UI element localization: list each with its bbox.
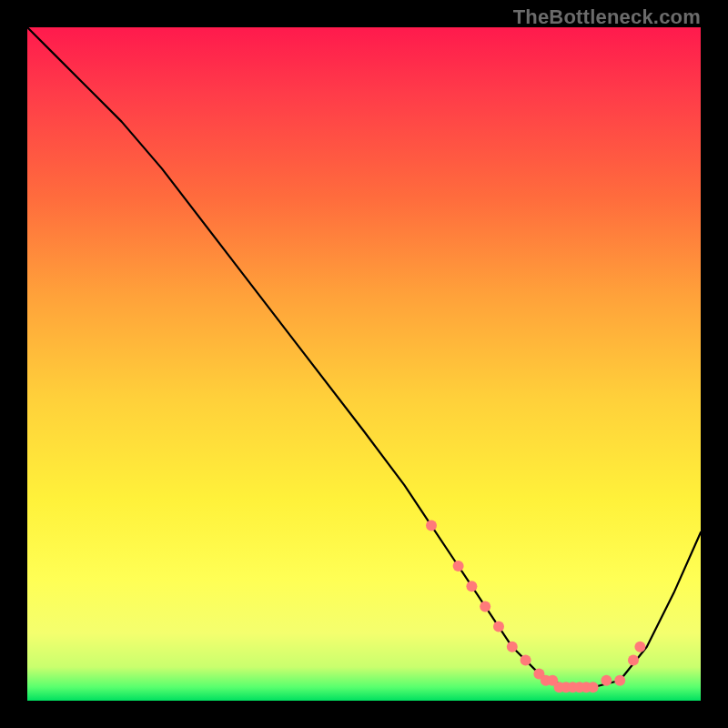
highlight-dot — [614, 675, 625, 686]
highlight-dots-group — [426, 521, 645, 693]
highlight-dot — [601, 675, 612, 686]
highlight-dot — [466, 581, 477, 592]
chart-frame: TheBottleneck.com — [0, 0, 728, 728]
highlight-dot — [507, 642, 518, 652]
highlight-dot — [634, 642, 645, 652]
watermark-text: TheBottleneck.com — [513, 5, 701, 29]
highlight-dot — [480, 601, 490, 612]
highlight-dot — [628, 655, 639, 666]
highlight-dot — [493, 622, 504, 632]
curve-svg — [27, 27, 701, 701]
highlight-dot — [588, 682, 599, 693]
plot-area — [27, 27, 701, 701]
highlight-dot — [453, 561, 464, 571]
highlight-dot — [521, 655, 531, 666]
highlight-dot — [426, 521, 437, 531]
bottleneck-curve — [27, 27, 701, 687]
